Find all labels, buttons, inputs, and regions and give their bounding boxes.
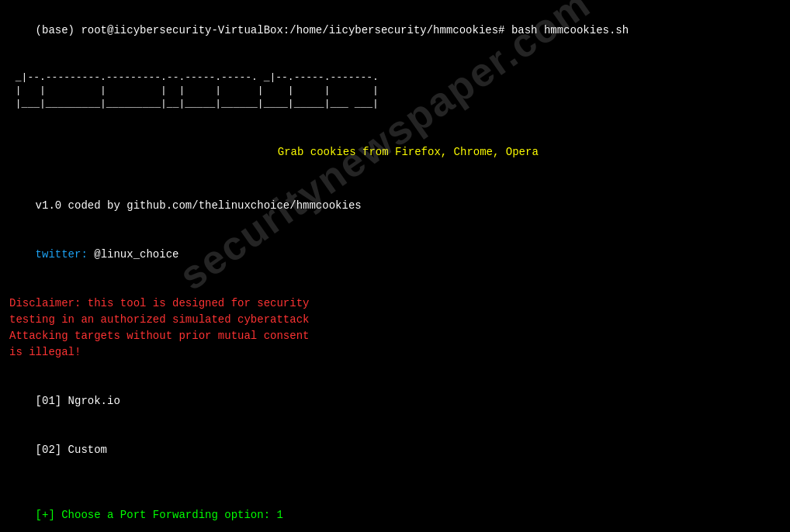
version-text: v1.0 coded by github.com/thelinuxchoice/…	[36, 199, 362, 212]
twitter-label: twitter:	[36, 248, 88, 261]
title-text: Grab cookies from Firefox, Chrome, Opera	[278, 146, 539, 158]
menu-item-01: [01] Ngrok.io	[9, 377, 781, 426]
version-line: v1.0 coded by github.com/thelinuxchoice/…	[9, 181, 781, 230]
menu-item-02: [02] Custom	[9, 426, 781, 475]
twitter-line: twitter: @linux_choice	[9, 230, 781, 279]
empty-line-3	[9, 475, 781, 491]
ascii-art-block: _|--.---------.---------.--.-----.-----.…	[9, 58, 781, 123]
title-line: Grab cookies from Firefox, Chrome, Opera	[9, 128, 781, 177]
prompt-port-line: [+] Choose a Port Forwarding option: 1	[9, 491, 781, 532]
prompt-port-text: [+] Choose a Port Forwarding option: 1	[36, 509, 283, 521]
menu-02-text: [02] Custom	[36, 444, 107, 456]
disclaimer-text: Disclaimer: this tool is designed for se…	[9, 295, 781, 361]
twitter-handle: @linux_choice	[88, 248, 179, 261]
menu-01-text: [01] Ngrok.io	[36, 395, 120, 407]
empty-line-1	[9, 279, 781, 295]
top-command-text: (base) root@iicybersecurity-VirtualBox:/…	[36, 24, 629, 36]
top-command-line: (base) root@iicybersecurity-VirtualBox:/…	[9, 6, 781, 55]
empty-line-2	[9, 361, 781, 377]
terminal-window: (base) root@iicybersecurity-VirtualBox:/…	[0, 0, 790, 532]
